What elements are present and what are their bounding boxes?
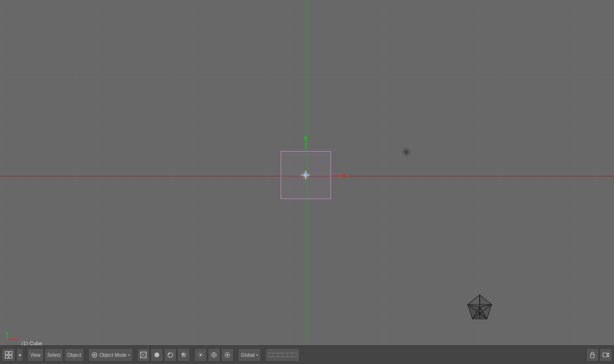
svg-point-33 xyxy=(94,354,95,356)
chevron-down-icon: ▾ xyxy=(19,352,21,358)
object-name-label: (1) Cube xyxy=(22,341,42,345)
svg-marker-25 xyxy=(15,338,17,341)
lock-icon xyxy=(589,352,596,358)
transform-orientation-label: Global xyxy=(241,352,255,358)
svg-point-37 xyxy=(154,352,159,357)
svg-point-13 xyxy=(406,152,407,153)
object-menu-button[interactable]: Object xyxy=(64,348,84,362)
pivot-point-button[interactable] xyxy=(194,348,207,362)
render-camera-icon xyxy=(602,352,609,358)
svg-point-42 xyxy=(200,354,201,356)
rendered-shading-icon xyxy=(180,352,187,358)
proportional-icon xyxy=(224,352,231,358)
svg-rect-29 xyxy=(9,352,12,354)
object-mode-icon xyxy=(91,352,98,358)
navigation-cube[interactable] xyxy=(465,293,494,321)
wire-mode-icon xyxy=(140,352,147,358)
svg-point-38 xyxy=(168,352,173,357)
svg-point-39 xyxy=(168,353,170,355)
object-mode-dropdown[interactable]: Object Mode ▾ xyxy=(88,348,133,362)
y-transform-arrow[interactable] xyxy=(303,134,308,149)
viewport-shading-rendered[interactable] xyxy=(177,348,190,362)
separator-6 xyxy=(263,349,263,361)
select-menu-button[interactable]: Select xyxy=(45,348,64,362)
svg-rect-56 xyxy=(603,353,607,357)
snap-button[interactable] xyxy=(208,348,220,362)
origin-crosshair xyxy=(301,170,310,180)
mode-chevron-button[interactable]: ▾ xyxy=(16,348,23,362)
separator-5 xyxy=(236,349,236,361)
pivot-icon xyxy=(197,352,204,358)
axis-indicator xyxy=(5,330,19,342)
camera-dot-icon xyxy=(401,146,412,158)
svg-marker-9 xyxy=(304,135,308,139)
timeline-grid-button[interactable] xyxy=(265,348,300,362)
timeline-grid-icon xyxy=(268,352,297,358)
svg-marker-7 xyxy=(343,174,347,178)
separator-4 xyxy=(192,349,192,361)
svg-point-41 xyxy=(182,353,184,355)
separator-2 xyxy=(86,349,86,361)
mode-dropdown-arrow: ▾ xyxy=(128,353,130,357)
bottom-toolbar: ▾ View Select Object Object Mode ▾ xyxy=(0,345,614,364)
svg-marker-57 xyxy=(607,353,609,357)
camera-render-button[interactable] xyxy=(600,348,612,362)
svg-point-40 xyxy=(181,352,186,357)
orientation-dropdown-arrow: ▾ xyxy=(256,353,258,357)
transform-orientation-dropdown[interactable]: Global ▾ xyxy=(238,348,261,362)
svg-rect-30 xyxy=(5,355,8,358)
viewport-shading-solid[interactable] xyxy=(151,348,163,362)
proportional-edit-button[interactable] xyxy=(221,348,234,362)
svg-point-48 xyxy=(226,354,228,356)
lock-button[interactable] xyxy=(586,348,599,362)
svg-marker-27 xyxy=(5,332,9,334)
3d-viewport[interactable]: (1) Cube xyxy=(0,0,614,345)
view-menu-button[interactable]: View xyxy=(27,348,44,362)
svg-rect-31 xyxy=(9,355,12,358)
grid-mode-button[interactable] xyxy=(2,348,15,362)
viewport-shading-material[interactable] xyxy=(164,348,177,362)
material-shading-icon xyxy=(167,352,174,358)
separator-3 xyxy=(135,349,135,361)
svg-rect-55 xyxy=(590,354,594,358)
render-mode-wire[interactable] xyxy=(137,348,150,362)
snap-icon xyxy=(211,352,217,358)
separator-1 xyxy=(25,349,25,361)
solid-shading-icon xyxy=(154,352,160,358)
object-mode-label: Object Mode xyxy=(99,352,127,358)
svg-rect-28 xyxy=(5,352,8,354)
x-transform-arrow[interactable] xyxy=(332,173,347,179)
